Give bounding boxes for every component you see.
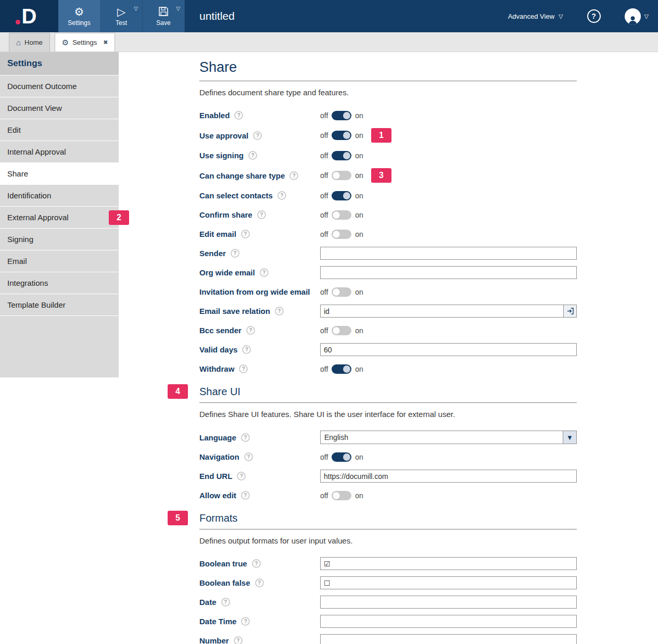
email-save-relation-input[interactable] xyxy=(320,305,563,318)
help-icon[interactable]: ? xyxy=(253,131,262,140)
app-logo[interactable]: D xyxy=(0,0,58,32)
help-icon[interactable]: ? xyxy=(241,433,250,442)
help-icon[interactable]: ? xyxy=(275,307,284,315)
close-icon[interactable]: ✖ xyxy=(103,39,108,46)
end-url-input[interactable] xyxy=(320,470,577,483)
form-row-sender: Sender ? xyxy=(199,247,577,260)
test-dropdown-icon[interactable]: ▽ xyxy=(134,6,138,11)
can-change-share-type-toggle[interactable] xyxy=(332,171,351,180)
help-question-icon: ? xyxy=(591,12,596,20)
field-label: Use signing xyxy=(199,151,244,160)
edit-email-toggle[interactable] xyxy=(332,230,351,239)
bcc-sender-toggle[interactable] xyxy=(332,326,351,335)
can-select-contacts-toggle[interactable] xyxy=(332,191,351,200)
settings-button-label: Settings xyxy=(68,19,90,27)
toggle-on-label: on xyxy=(355,453,363,461)
toggle-off-label: off xyxy=(320,491,328,500)
toggle-knob xyxy=(333,288,340,296)
confirm-share-toggle[interactable] xyxy=(332,210,351,220)
valid-days-input[interactable] xyxy=(320,343,577,356)
home-icon: ⌂ xyxy=(16,38,21,47)
help-icon[interactable]: ? xyxy=(241,617,250,626)
tab-settings[interactable]: ⚙ Settings ✖ xyxy=(55,33,116,52)
user-menu[interactable]: ▽ xyxy=(625,8,649,24)
help-icon[interactable]: ? xyxy=(241,230,250,238)
help-icon[interactable]: ? xyxy=(221,598,230,607)
language-select[interactable]: English ▼ xyxy=(320,431,577,444)
chevron-down-icon[interactable]: ▼ xyxy=(563,431,576,444)
sidebar-item-document-outcome[interactable]: Document Outcome xyxy=(0,75,119,97)
form-row-invitation-from-org-wide-email: Invitation from org wide email off on xyxy=(199,285,577,298)
sidebar-item-template-builder[interactable]: Template Builder xyxy=(0,294,119,316)
help-icon[interactable]: ? xyxy=(257,210,266,219)
boolean-false-input[interactable] xyxy=(320,576,577,589)
form-row-org-wide-email: Org wide email ? xyxy=(199,266,577,279)
field-picker-button[interactable] xyxy=(563,305,577,318)
toggle-on-label: on xyxy=(355,491,363,500)
sender-input[interactable] xyxy=(320,247,577,260)
help-icon[interactable]: ? xyxy=(242,345,251,354)
boolean-true-input[interactable] xyxy=(320,557,577,570)
toggle-knob xyxy=(343,132,350,139)
test-button[interactable]: ▽ ▷ Test xyxy=(100,0,143,32)
use-approval-toggle[interactable] xyxy=(332,131,351,140)
tab-home[interactable]: ⌂ Home xyxy=(9,33,50,52)
form-row-date-time: Date Time ? xyxy=(199,615,577,628)
help-icon[interactable]: ? xyxy=(277,191,286,200)
help-icon[interactable]: ? xyxy=(246,326,255,335)
help-icon[interactable]: ? xyxy=(252,559,261,568)
allow-edit-toggle[interactable] xyxy=(332,491,351,500)
org-wide-email-input[interactable] xyxy=(320,266,577,279)
sidebar-item-document-view[interactable]: Document View xyxy=(0,97,119,119)
toggle-off-label: off xyxy=(320,453,328,461)
help-icon[interactable]: ? xyxy=(260,268,269,277)
sidebar-item-edit[interactable]: Edit xyxy=(0,119,119,141)
save-button[interactable]: ▽ Save xyxy=(143,0,185,32)
navigation-toggle[interactable] xyxy=(332,452,351,462)
help-icon[interactable]: ? xyxy=(289,171,298,180)
tabbar: ⌂ Home ⚙ Settings ✖ xyxy=(0,32,658,52)
field-label: Org wide email xyxy=(199,268,255,277)
help-icon[interactable]: ? xyxy=(234,111,243,120)
help-icon[interactable]: ? xyxy=(234,636,243,644)
withdraw-toggle[interactable] xyxy=(332,364,351,374)
advanced-view-menu[interactable]: Advanced View ▽ xyxy=(508,12,563,20)
invitation-org-wide-email-toggle[interactable] xyxy=(332,287,351,297)
date-input[interactable] xyxy=(320,596,577,609)
toggle-on-label: on xyxy=(355,151,363,160)
use-signing-toggle[interactable] xyxy=(332,151,351,160)
save-dropdown-icon[interactable]: ▽ xyxy=(176,6,180,11)
sidebar-item-label: Identification xyxy=(7,191,51,200)
sidebar-item-email[interactable]: Email xyxy=(0,250,119,272)
toggle-off-label: off xyxy=(320,131,328,140)
sidebar-item-internal-approval[interactable]: Internal Approval xyxy=(0,141,119,163)
help-icon[interactable]: ? xyxy=(239,364,248,373)
sidebar-item-identification[interactable]: Identification xyxy=(0,185,119,207)
toggle-on-label: on xyxy=(355,288,363,296)
help-icon[interactable]: ? xyxy=(241,491,250,500)
sidebar-item-external-approval[interactable]: External Approval 2 xyxy=(0,207,119,229)
sidebar-item-label: Edit xyxy=(7,125,21,134)
enabled-toggle[interactable] xyxy=(332,111,351,120)
tab-home-label: Home xyxy=(24,39,43,46)
sidebar-item-label: External Approval xyxy=(7,213,69,222)
help-icon[interactable]: ? xyxy=(237,472,246,481)
advanced-view-caret-icon: ▽ xyxy=(559,13,563,20)
toggle-knob xyxy=(343,453,350,461)
date-time-input[interactable] xyxy=(320,615,577,628)
number-input[interactable] xyxy=(320,634,577,644)
help-icon[interactable]: ? xyxy=(255,578,264,587)
help-icon[interactable]: ? xyxy=(248,151,257,160)
sidebar-item-share[interactable]: Share xyxy=(0,163,119,185)
annotation-badge-5: 5 xyxy=(168,511,188,525)
help-button[interactable]: ? xyxy=(587,9,601,23)
share-ui-title-text: Share UI xyxy=(199,386,241,397)
help-icon[interactable]: ? xyxy=(244,452,253,461)
sidebar-item-integrations[interactable]: Integrations xyxy=(0,272,119,294)
form-row-language: Language ? English ▼ xyxy=(199,431,577,444)
sidebar-item-signing[interactable]: Signing xyxy=(0,229,119,250)
help-icon[interactable]: ? xyxy=(231,249,239,258)
settings-button[interactable]: ⚙ Settings xyxy=(58,0,100,32)
toggle-knob xyxy=(343,365,350,373)
avatar[interactable] xyxy=(625,8,641,24)
